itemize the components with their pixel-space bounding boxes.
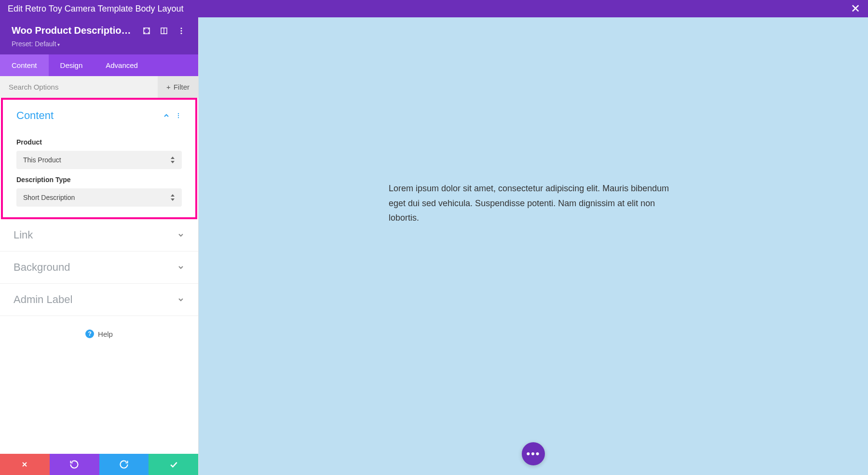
section-admin-label-title: Admin Label	[14, 293, 72, 306]
close-icon[interactable]: ✕	[851, 3, 860, 14]
expand-icon[interactable]	[141, 26, 152, 36]
tab-advanced[interactable]: Advanced	[94, 54, 149, 76]
module-title: Woo Product Description S...	[12, 25, 135, 36]
redo-button[interactable]	[99, 454, 149, 475]
main-container: Woo Product Description S... Preset: Def…	[0, 17, 868, 475]
description-type-label: Description Type	[16, 176, 182, 184]
product-label: Product	[16, 138, 182, 146]
filter-button[interactable]: + Filter	[158, 76, 198, 98]
product-select-value: This Product	[23, 156, 61, 164]
chevron-down-icon	[177, 231, 185, 239]
select-caret-icon	[170, 157, 175, 163]
module-title-row: Woo Product Description S...	[12, 25, 187, 36]
help-icon: ?	[85, 330, 94, 338]
chevron-up-icon	[163, 112, 170, 119]
preview-pane: Lorem ipsum dolor sit amet, consectetur …	[199, 17, 868, 475]
section-background: Background	[0, 251, 198, 284]
svg-point-4	[181, 30, 182, 31]
preview-paragraph: Lorem ipsum dolor sit amet, consectetur …	[389, 181, 678, 225]
select-caret-icon	[170, 194, 175, 201]
section-background-title: Background	[14, 261, 70, 274]
undo-button[interactable]	[50, 454, 99, 475]
discard-button[interactable]	[0, 454, 50, 475]
chevron-down-icon	[177, 296, 185, 303]
svg-point-5	[181, 32, 182, 34]
window-title: Edit Retro Toy Camera Template Body Layo…	[8, 4, 184, 14]
section-link-header[interactable]: Link	[0, 219, 198, 251]
svg-marker-11	[171, 194, 175, 197]
preview-content: Lorem ipsum dolor sit amet, consectetur …	[389, 181, 678, 225]
tab-design[interactable]: Design	[49, 54, 95, 76]
tab-content[interactable]: Content	[0, 54, 49, 76]
chevron-down-icon	[177, 264, 185, 271]
product-select[interactable]: This Product	[16, 151, 182, 169]
help-button[interactable]: ? Help	[0, 316, 198, 352]
kebab-menu-icon[interactable]	[176, 26, 187, 36]
preset-dropdown[interactable]: Preset: Default	[12, 40, 187, 48]
description-type-select[interactable]: Short Description	[16, 188, 182, 207]
search-input[interactable]	[0, 76, 158, 98]
columns-icon[interactable]	[159, 26, 169, 36]
section-link: Link	[0, 219, 198, 251]
section-content-title: Content	[16, 109, 54, 122]
section-content-body: Product This Product Description Type Sh…	[3, 138, 195, 217]
help-label: Help	[98, 330, 113, 338]
description-type-value: Short Description	[23, 194, 75, 201]
svg-point-8	[178, 117, 179, 118]
settings-tabs: Content Design Advanced	[0, 54, 198, 76]
section-content-header[interactable]: Content	[3, 100, 195, 132]
section-admin-label-header[interactable]: Admin Label	[0, 284, 198, 316]
plus-icon: +	[166, 83, 171, 91]
svg-point-7	[178, 115, 179, 116]
svg-marker-9	[171, 157, 175, 159]
dots-icon: •••	[526, 449, 540, 459]
window-titlebar: Edit Retro Toy Camera Template Body Layo…	[0, 0, 868, 17]
section-content: Content Product This Product	[1, 98, 197, 219]
svg-marker-10	[171, 161, 175, 163]
filter-label: Filter	[174, 83, 190, 91]
save-button[interactable]	[149, 454, 198, 475]
module-header: Woo Product Description S... Preset: Def…	[0, 17, 198, 54]
section-admin-label: Admin Label	[0, 284, 198, 316]
search-row: + Filter	[0, 76, 198, 98]
sections-list: Content Product This Product	[0, 98, 198, 454]
settings-sidebar: Woo Product Description S... Preset: Def…	[0, 17, 199, 475]
section-link-title: Link	[14, 229, 33, 241]
svg-marker-12	[171, 198, 175, 201]
section-background-header[interactable]: Background	[0, 251, 198, 283]
floating-action-button[interactable]: •••	[522, 442, 545, 465]
svg-point-3	[181, 27, 182, 29]
footer-buttons	[0, 454, 198, 475]
kebab-menu-icon[interactable]	[175, 112, 182, 119]
svg-point-6	[178, 113, 179, 114]
